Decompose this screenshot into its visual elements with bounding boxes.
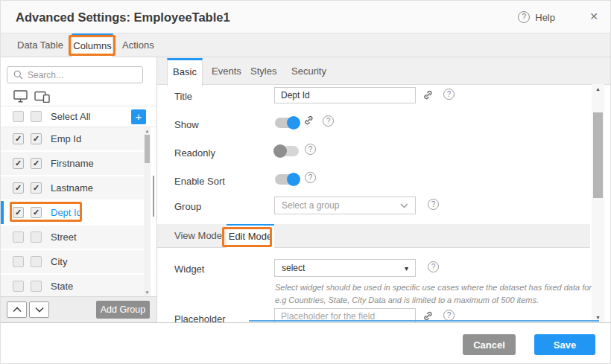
show-help-icon[interactable]: ? [323, 115, 334, 127]
enable-sort-toggle[interactable] [275, 174, 299, 185]
desktop-checkbox[interactable]: ✓ [13, 207, 24, 218]
dialog-footer: Cancel Save [1, 322, 610, 364]
tab-actions[interactable]: Actions [122, 33, 154, 57]
show-toggle[interactable] [275, 118, 299, 128]
add-column-button[interactable]: + [131, 109, 146, 124]
column-list: ✓ ✓ Emp Id ✓ ✓ Firstname ✓ ✓ Lastname ✓ … [1, 127, 151, 296]
move-down-button[interactable] [29, 301, 49, 318]
list-item-dept-id[interactable]: ✓ ✓ Dept Id [1, 201, 151, 224]
show-field-label: Show [174, 119, 199, 130]
close-icon[interactable]: ✕ [589, 10, 598, 22]
sidebar-scrollbar[interactable]: ▲ ▼ [144, 127, 151, 296]
group-select[interactable]: Select a group [274, 197, 416, 214]
save-button[interactable]: Save [534, 334, 595, 355]
select-all-desktop-checkbox[interactable] [13, 111, 24, 122]
panel-scrollbar[interactable]: ▲ ▼ [592, 84, 604, 322]
scrollbar-thumb[interactable] [593, 112, 603, 198]
mobile-checkbox[interactable] [31, 256, 42, 267]
readonly-field-label: Readonly [174, 147, 215, 159]
cancel-button[interactable]: Cancel [463, 334, 516, 355]
tab-columns[interactable]: Columns [72, 33, 113, 57]
enable-sort-field-label: Enable Sort [174, 176, 225, 187]
desktop-checkbox[interactable] [13, 232, 24, 243]
mobile-checkbox[interactable] [31, 281, 42, 292]
help-button[interactable]: ? Help [518, 11, 555, 23]
desktop-checkbox[interactable]: ✓ [13, 182, 24, 194]
scroll-up-icon[interactable]: ▲ [592, 86, 604, 92]
scroll-down-icon[interactable]: ▼ [592, 315, 604, 320]
widget-help-icon[interactable]: ? [428, 261, 439, 272]
mobile-checkbox[interactable]: ✓ [31, 158, 42, 169]
tab-data-table[interactable]: Data Table [17, 33, 63, 57]
scroll-down-icon[interactable]: ▼ [144, 290, 151, 295]
tab-edit-mode[interactable]: Edit Mode [227, 224, 274, 248]
panel-resize-handle[interactable] [153, 176, 154, 217]
widget-select-value: select [282, 263, 405, 273]
desktop-checkbox[interactable]: ✓ [13, 158, 24, 169]
sidebar-footer: Add Group [1, 296, 156, 322]
desktop-checkbox[interactable] [13, 281, 24, 292]
list-item-emp-id[interactable]: ✓ ✓ Emp Id [1, 127, 151, 150]
widget-field-label: Widget [174, 264, 204, 275]
add-group-button[interactable]: Add Group [96, 301, 150, 319]
move-up-button[interactable] [7, 301, 27, 318]
list-item-lastname[interactable]: ✓ ✓ Lastname [1, 176, 151, 199]
list-item-street[interactable]: Street [1, 226, 151, 249]
list-item-state[interactable]: State [1, 275, 151, 296]
mobile-checkbox[interactable]: ✓ [31, 182, 42, 194]
toggle-knob [287, 116, 300, 130]
dialog-header: Advanced Settings: EmployeeTable1 ? Help… [1, 1, 610, 33]
column-label: Emp Id [51, 133, 81, 144]
tab-styles[interactable]: Styles [250, 57, 276, 85]
help-icon: ? [518, 11, 530, 23]
mode-tabbar: View Mode Edit Mode [157, 224, 590, 248]
device-toggle-row [1, 86, 156, 106]
column-label: Lastname [51, 182, 93, 194]
column-label: State [51, 281, 73, 292]
desktop-checkbox[interactable] [13, 256, 24, 267]
widget-select[interactable]: select ▾ [274, 259, 416, 277]
placeholder-help-icon[interactable]: ? [443, 310, 455, 321]
main-tabbar: Data Table Columns Actions [1, 33, 610, 57]
desktop-checkbox[interactable]: ✓ [13, 133, 24, 144]
search-icon [13, 70, 23, 80]
column-label: Firstname [51, 158, 94, 169]
bind-property-link-icon[interactable] [303, 115, 314, 129]
placeholder-field-label: Placeholder [174, 313, 226, 322]
desktop-icon[interactable] [13, 90, 28, 103]
list-item-firstname[interactable]: ✓ ✓ Firstname [1, 152, 151, 175]
title-input[interactable] [274, 87, 416, 103]
tab-view-mode[interactable]: View Mode [174, 224, 222, 248]
columns-sidebar: Select All + ✓ ✓ Emp Id ✓ ✓ Firstname ✓ … [1, 57, 157, 322]
dialog-title: Advanced Settings: EmployeeTable1 [16, 1, 230, 33]
tab-basic[interactable]: Basic [167, 58, 203, 86]
title-help-icon[interactable]: ? [443, 89, 455, 100]
select-all-mobile-checkbox[interactable] [31, 111, 42, 122]
chevron-down-icon [400, 203, 408, 208]
mobile-tablet-icon[interactable] [34, 90, 50, 103]
mobile-checkbox[interactable] [31, 232, 42, 243]
column-settings-panel: Basic Events Styles Security Title ? Sho… [157, 57, 610, 322]
mobile-checkbox[interactable]: ✓ [31, 207, 42, 218]
title-field-label: Title [174, 91, 192, 102]
column-label: Dept Id [51, 207, 82, 218]
bind-property-link-icon[interactable] [422, 89, 434, 103]
column-label: Street [51, 232, 77, 243]
chevron-up-icon [13, 307, 22, 313]
scroll-up-icon[interactable]: ▲ [144, 129, 151, 133]
readonly-help-icon[interactable]: ? [305, 144, 316, 155]
group-help-icon[interactable]: ? [428, 199, 439, 210]
search-box[interactable] [7, 66, 143, 83]
group-select-placeholder: Select a group [282, 200, 400, 211]
list-item-city[interactable]: City [1, 250, 151, 273]
toggle-knob [273, 144, 287, 158]
readonly-toggle[interactable] [275, 146, 299, 156]
tab-events[interactable]: Events [212, 57, 241, 85]
panel-bottom-edge [249, 320, 599, 322]
scrollbar-thumb[interactable] [145, 135, 150, 163]
enable-sort-help-icon[interactable]: ? [305, 172, 316, 183]
advanced-settings-dialog: Advanced Settings: EmployeeTable1 ? Help… [0, 0, 611, 364]
tab-security[interactable]: Security [291, 57, 326, 85]
search-input[interactable] [28, 70, 132, 80]
mobile-checkbox[interactable]: ✓ [31, 133, 42, 144]
